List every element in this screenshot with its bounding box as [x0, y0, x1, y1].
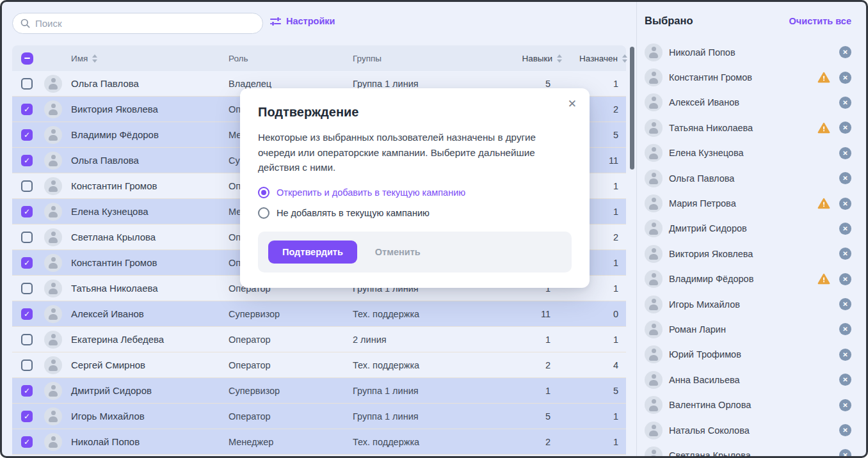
user-role: Оператор: [229, 335, 353, 345]
selected-user-name: Константин Громов: [669, 72, 817, 83]
remove-user-button[interactable]: ✕: [839, 298, 851, 310]
row-checkbox[interactable]: [21, 232, 33, 243]
user-name: Ольга Павлова: [71, 78, 229, 89]
user-role: Оператор: [229, 360, 353, 370]
selected-user-item: Светлана Крылова ✕: [645, 443, 851, 456]
radio-option[interactable]: Не добавлять в текущую кампанию: [258, 207, 572, 219]
select-all-checkbox[interactable]: [21, 52, 33, 65]
remove-user-button[interactable]: ✕: [839, 273, 851, 285]
remove-user-button[interactable]: ✕: [839, 399, 851, 411]
selected-user-name: Анна Васильева: [669, 375, 839, 385]
table-scrollbar[interactable]: [630, 47, 634, 170]
remove-user-button[interactable]: ✕: [839, 424, 851, 436]
user-role: Менеджер: [229, 437, 353, 447]
cancel-button[interactable]: Отменить: [375, 247, 421, 257]
sort-icon: [622, 54, 627, 63]
table-row[interactable]: Игорь Михайлов Оператор Группа 1 линия 5…: [12, 404, 626, 429]
row-checkbox[interactable]: [21, 308, 33, 320]
user-group: Группа 1 линия: [353, 411, 493, 422]
row-checkbox[interactable]: [21, 436, 33, 448]
selected-user-name: Наталья Соколова: [669, 425, 839, 436]
user-assigned: 4: [556, 360, 618, 370]
row-checkbox[interactable]: [21, 78, 33, 90]
selected-user-item: Константин Громов ✕: [645, 65, 851, 90]
user-group: 2 линия: [353, 335, 493, 345]
selected-user-name: Владимир Фёдоров: [669, 274, 817, 284]
remove-user-button[interactable]: ✕: [839, 374, 851, 386]
search-input[interactable]: [35, 18, 255, 29]
user-group: Тех. поддержка: [353, 309, 493, 319]
table-row[interactable]: Дмитрий Сидоров Супервизор Группа 1 лини…: [12, 378, 626, 404]
user-name: Константин Громов: [71, 257, 229, 268]
remove-user-button[interactable]: ✕: [839, 248, 851, 260]
row-checkbox[interactable]: [21, 283, 33, 294]
table-row[interactable]: Сергей Смирнов Оператор Тех. поддержка 2…: [12, 352, 626, 378]
clear-all-button[interactable]: Очистить все: [789, 16, 851, 26]
user-avatar: [645, 270, 663, 288]
modal-footer: Подтвердить Отменить: [258, 232, 572, 272]
table-row[interactable]: Екатерина Лебедева Оператор 2 линия 1 1: [12, 327, 626, 352]
remove-user-button[interactable]: ✕: [839, 147, 851, 159]
user-avatar: [645, 68, 663, 86]
radio-icon[interactable]: [258, 207, 269, 219]
remove-user-button[interactable]: ✕: [839, 198, 851, 210]
radio-icon[interactable]: [258, 187, 269, 198]
selected-panel-title: Выбрано: [645, 15, 693, 27]
user-assigned: 5: [556, 386, 618, 396]
selected-user-name: Роман Ларин: [669, 324, 839, 335]
row-checkbox[interactable]: [21, 206, 33, 217]
user-avatar: [44, 254, 62, 272]
user-skills: 11: [493, 309, 551, 319]
remove-user-button[interactable]: ✕: [839, 223, 851, 235]
selected-user-item: Дмитрий Сидоров ✕: [645, 216, 851, 241]
selected-user-item: Виктория Яковлева ✕: [645, 241, 851, 266]
row-checkbox[interactable]: [21, 104, 33, 115]
remove-user-button[interactable]: ✕: [839, 122, 851, 134]
user-name: Елена Кузнецова: [71, 206, 229, 217]
warning-icon: [817, 198, 830, 209]
user-assigned: 1: [556, 79, 618, 89]
user-avatar: [44, 407, 62, 425]
user-avatar: [44, 228, 62, 246]
user-skills: 5: [493, 79, 551, 89]
remove-user-button[interactable]: ✕: [839, 449, 851, 456]
row-checkbox[interactable]: [21, 334, 33, 345]
user-avatar: [44, 203, 62, 221]
row-checkbox[interactable]: [21, 411, 33, 422]
row-checkbox[interactable]: [21, 155, 33, 166]
column-header-skills[interactable]: Навыки: [493, 54, 551, 63]
remove-user-button[interactable]: ✕: [839, 323, 851, 335]
user-group: Тех. поддержка: [353, 437, 493, 447]
radio-option-label: Открепить и добавить в текущую кампанию: [277, 187, 465, 198]
table-header: Имя Роль Группы Навыки Назначен: [12, 45, 626, 71]
user-avatar: [44, 177, 62, 195]
user-avatar: [44, 75, 62, 93]
row-checkbox[interactable]: [21, 359, 33, 371]
column-header-name[interactable]: Имя: [71, 54, 229, 63]
user-assigned: 1: [556, 437, 618, 447]
row-checkbox[interactable]: [21, 257, 33, 269]
user-avatar: [645, 144, 663, 162]
remove-user-button[interactable]: ✕: [839, 349, 851, 361]
user-skills: 2: [493, 360, 551, 370]
user-avatar: [645, 396, 663, 414]
settings-button[interactable]: Настройки: [270, 16, 335, 26]
row-checkbox[interactable]: [21, 129, 33, 141]
user-avatar: [645, 345, 663, 363]
remove-user-button[interactable]: ✕: [839, 97, 851, 109]
user-avatar: [645, 43, 663, 61]
remove-user-button[interactable]: ✕: [839, 172, 851, 184]
radio-option[interactable]: Открепить и добавить в текущую кампанию: [258, 187, 572, 198]
row-checkbox[interactable]: [21, 180, 33, 192]
remove-user-button[interactable]: ✕: [839, 46, 851, 58]
user-avatar: [645, 245, 663, 263]
row-checkbox[interactable]: [21, 385, 33, 397]
close-icon[interactable]: ✕: [568, 99, 577, 109]
table-row[interactable]: Николай Попов Менеджер Тех. поддержка 2 …: [12, 429, 626, 455]
column-header-assigned[interactable]: Назначен: [556, 54, 618, 63]
user-name: Владимир Фёдоров: [71, 129, 229, 140]
confirm-button[interactable]: Подтвердить: [268, 241, 357, 264]
remove-user-button[interactable]: ✕: [839, 72, 851, 84]
search-box[interactable]: [12, 13, 263, 34]
table-row[interactable]: Алексей Иванов Супервизор Тех. поддержка…: [12, 301, 626, 327]
